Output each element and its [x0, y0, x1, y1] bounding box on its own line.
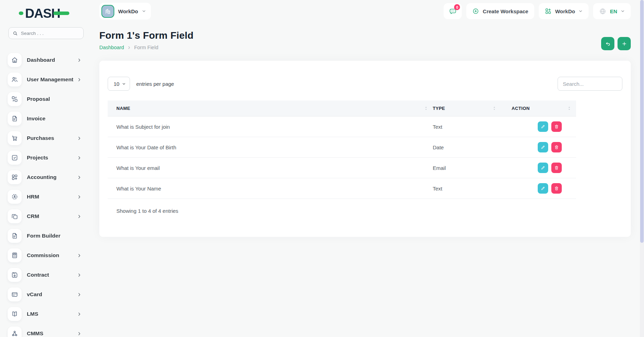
sidebar-item-icon-tile — [8, 248, 22, 262]
sidebar-item-contract[interactable]: Contract — [0, 265, 91, 285]
entries-per-page-label: entries per page — [136, 81, 174, 87]
workspace-pill[interactable]: WorkDo — [99, 3, 151, 20]
sidebar-item-vcard[interactable]: vCard — [0, 285, 91, 304]
brand-logo[interactable]: DASH — [19, 6, 91, 20]
trash-icon — [554, 165, 559, 170]
trash-icon — [554, 186, 559, 191]
chevron-right-icon — [77, 175, 82, 180]
sidebar-item-icon-tile — [8, 170, 22, 184]
sidebar-item-label: CMMS — [27, 330, 43, 337]
sidebar-item-icon-tile — [8, 327, 22, 337]
trash-icon — [554, 145, 559, 150]
main-content: WorkDo 0 Create Workspace WorkDo EN — [91, 3, 644, 237]
sidebar-item-user-management[interactable]: User Management — [0, 70, 91, 89]
table-search-input[interactable] — [558, 77, 622, 91]
cell-type: Email — [433, 165, 501, 171]
sidebar-search-input[interactable] — [21, 31, 79, 36]
sidebar-item-form-builder[interactable]: Form Builder — [0, 226, 91, 246]
sidebar-item-label: Commission — [27, 252, 59, 259]
cell-name: What is Your Date of Birth — [108, 144, 433, 150]
sidebar-item-hrm[interactable]: HRM — [0, 187, 91, 207]
add-form-field-button[interactable] — [618, 37, 631, 50]
chevron-down-icon — [621, 9, 625, 13]
home-icon — [11, 57, 18, 63]
scrollbar-track[interactable] — [640, 0, 644, 337]
edit-button[interactable] — [538, 163, 548, 173]
table-column-header-type[interactable]: TYPE — [433, 100, 501, 116]
sidebar-item-cmms[interactable]: CMMS — [0, 324, 91, 337]
sidebar-item-projects[interactable]: Projects — [0, 148, 91, 167]
table-row: What is Your Name Text — [108, 178, 576, 199]
sidebar-item-dashboard[interactable]: Dashboard — [0, 50, 91, 70]
undo-arrow-icon — [605, 41, 611, 47]
workspace-switcher[interactable]: WorkDo — [539, 3, 589, 19]
sidebar-item-invoice[interactable]: Invoice — [0, 109, 91, 128]
delete-button[interactable] — [551, 142, 562, 152]
delete-button[interactable] — [551, 183, 562, 194]
sidebar-item-icon-tile — [8, 190, 22, 204]
sidebar-item-icon-tile — [8, 73, 22, 87]
pencil-icon — [540, 165, 545, 170]
messages-button[interactable]: 0 — [444, 3, 462, 19]
sidebar-item-purchases[interactable]: Purchases — [0, 128, 91, 148]
plus-circle-icon — [472, 8, 479, 15]
table-footer-info: Showing 1 to 4 of 4 entries — [108, 208, 622, 214]
shopping-cart-icon — [11, 135, 18, 142]
delete-button[interactable] — [551, 121, 562, 132]
entries-per-page-select[interactable]: 10 — [108, 77, 130, 91]
sidebar: DASH Dashboard User Management Proposal … — [0, 0, 91, 337]
back-button[interactable] — [601, 37, 614, 50]
sidebar-item-icon-tile — [8, 229, 22, 243]
trash-icon — [554, 124, 559, 129]
topbar: WorkDo 0 Create Workspace WorkDo EN — [99, 3, 631, 20]
table-row: What is Your email Email — [108, 158, 576, 178]
sidebar-item-label: CRM — [27, 213, 39, 219]
sidebar-item-lms[interactable]: LMS — [0, 304, 91, 324]
cell-action — [501, 142, 576, 152]
edit-button[interactable] — [538, 142, 548, 152]
sidebar-item-label: Projects — [27, 155, 48, 161]
breadcrumb-link-dashboard[interactable]: Dashboard — [99, 45, 124, 50]
sidebar-search — [8, 27, 84, 39]
entries-per-page-value: 10 — [114, 81, 120, 87]
sidebar-item-label: Accounting — [27, 174, 56, 180]
sidebar-item-icon-tile — [8, 92, 22, 106]
chevron-right-icon — [77, 312, 82, 316]
sidebar-item-accounting[interactable]: Accounting — [0, 167, 91, 187]
sidebar-item-commission[interactable]: Commission — [0, 246, 91, 265]
chevron-down-icon — [142, 9, 146, 13]
scrollbar-thumb[interactable] — [640, 0, 644, 243]
sidebar-item-label: Purchases — [27, 135, 54, 141]
chevron-right-icon — [77, 273, 82, 277]
swap-squares-icon — [11, 96, 18, 103]
plus-icon — [621, 41, 627, 47]
open-book-icon — [11, 310, 18, 317]
delete-button[interactable] — [551, 163, 562, 173]
language-selector[interactable]: EN — [593, 3, 631, 19]
chevron-right-icon — [77, 77, 82, 82]
chevron-right-icon — [77, 195, 82, 199]
edit-button[interactable] — [538, 183, 548, 194]
chevron-right-icon — [77, 331, 82, 336]
workspace-avatar — [101, 5, 114, 18]
language-label: EN — [610, 8, 617, 14]
search-icon — [13, 31, 18, 36]
edit-button[interactable] — [538, 121, 548, 132]
sidebar-item-crm[interactable]: CRM — [0, 207, 91, 226]
cell-action — [501, 163, 576, 173]
sidebar-item-icon-tile — [8, 209, 22, 223]
create-workspace-button[interactable]: Create Workspace — [466, 3, 534, 19]
page-actions — [601, 37, 631, 50]
cell-action — [501, 121, 576, 132]
messages-count-badge: 0 — [454, 4, 460, 10]
form-fields-card: 10 entries per page NAME TYPE ACTION Wha… — [99, 61, 631, 237]
sidebar-item-icon-tile — [8, 307, 22, 321]
grid-plus-icon — [11, 174, 18, 181]
users-icon — [11, 76, 18, 83]
chevron-right-icon — [77, 156, 82, 160]
logo-dot — [19, 12, 23, 15]
sidebar-item-proposal[interactable]: Proposal — [0, 89, 91, 109]
sidebar-item-icon-tile — [8, 287, 22, 301]
table-column-header-action[interactable]: ACTION — [501, 100, 576, 116]
table-column-header-name[interactable]: NAME — [108, 100, 433, 116]
